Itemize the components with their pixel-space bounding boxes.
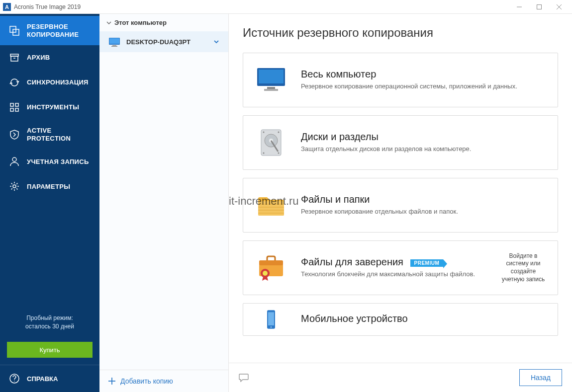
nav-label: СИНХРОНИЗАЦИЯ (27, 78, 91, 86)
back-button[interactable]: Назад (519, 369, 562, 386)
login-prompt: Войдите в систему или создайте учетную з… (501, 252, 546, 283)
add-backup-button[interactable]: Добавить копию (99, 370, 228, 392)
phone-icon (255, 310, 287, 329)
list-header[interactable]: Этот компьютер (99, 14, 228, 31)
card-desc: Резервное копирование отдельных файлов и… (301, 207, 546, 216)
trial-mode-label: Пробный режим: (9, 314, 91, 322)
svg-point-31 (278, 132, 280, 133)
chevron-down-icon (213, 39, 219, 45)
page-title: Источник резервного копирования (243, 26, 558, 40)
svg-point-32 (263, 153, 265, 154)
apps-icon (9, 102, 20, 113)
chevron-down-icon (106, 20, 111, 25)
nav-label: РЕЗЕРВНОЕ КОПИРОВАНИЕ (27, 23, 91, 38)
svg-rect-9 (10, 103, 13, 106)
nav-settings[interactable]: ПАРАМЕТРЫ (0, 174, 99, 199)
svg-rect-19 (112, 45, 116, 46)
plus-icon (108, 378, 115, 385)
list-header-label: Этот компьютер (114, 19, 167, 26)
folder-icon (255, 189, 287, 221)
svg-rect-25 (267, 87, 275, 89)
nav-sync[interactable]: СИНХРОНИЗАЦИЯ (0, 70, 99, 95)
svg-point-30 (263, 132, 265, 133)
titlebar: A Acronis True Image 2019 (0, 0, 572, 14)
source-card-mobile[interactable]: Мобильное устройство (243, 303, 558, 336)
card-desc: Защита отдельных дисков или разделов на … (301, 145, 546, 154)
svg-rect-7 (11, 56, 18, 61)
trial-info: Пробный режим: осталось 30 дней (0, 310, 99, 337)
maximize-button[interactable] (529, 0, 549, 14)
help-icon (9, 373, 20, 384)
svg-rect-34 (258, 201, 284, 216)
backup-icon (9, 25, 20, 36)
svg-rect-44 (268, 312, 274, 325)
card-title: Файлы для заверения PREMIUM (301, 256, 487, 268)
nav-active-protection[interactable]: ACTIVE PROTECTION (0, 120, 99, 149)
source-card-disks[interactable]: Диски и разделы Защита отдельных дисков … (243, 115, 558, 170)
card-title: Файлы и папки (301, 194, 546, 205)
svg-point-45 (271, 326, 272, 328)
window-title: Acronis True Image 2019 (14, 3, 509, 10)
user-icon (9, 156, 20, 167)
trial-days-label: осталось 30 дней (9, 322, 91, 331)
chat-icon[interactable] (239, 373, 249, 382)
nav-label: СПРАВКА (27, 375, 58, 383)
nav-label: ПАРАМЕТРЫ (27, 183, 91, 191)
svg-point-13 (12, 157, 16, 161)
device-name: DESKTOP-DUAQ3PT (126, 38, 191, 46)
monitor-icon (255, 64, 287, 96)
svg-rect-18 (109, 38, 119, 44)
svg-rect-24 (259, 70, 284, 83)
source-card-files[interactable]: Файлы и папки Резервное копирование отде… (243, 178, 558, 233)
svg-point-33 (278, 153, 280, 154)
nav-archive[interactable]: АРХИВ (0, 45, 99, 70)
nav-account[interactable]: УЧЕТНАЯ ЗАПИСЬ (0, 149, 99, 174)
app-icon: A (3, 3, 11, 11)
svg-rect-40 (259, 260, 283, 265)
source-card-notarized[interactable]: Файлы для заверения PREMIUM Технология б… (243, 240, 558, 295)
card-title: Диски и разделы (301, 131, 546, 143)
hdd-icon (255, 127, 287, 158)
svg-rect-11 (10, 108, 13, 111)
main-footer: Назад (229, 363, 572, 392)
shield-icon (9, 129, 20, 140)
svg-point-14 (13, 185, 16, 188)
minimize-button[interactable] (509, 0, 529, 14)
nav-backup[interactable]: РЕЗЕРВНОЕ КОПИРОВАНИЕ (0, 16, 99, 45)
backup-list-pane: Этот компьютер DESKTOP-DUAQ3PT Добавить … (99, 14, 229, 392)
monitor-icon (108, 37, 120, 46)
svg-rect-12 (15, 108, 18, 111)
card-desc: Резервное копирование операционной систе… (301, 82, 546, 91)
svg-rect-20 (111, 46, 117, 47)
svg-rect-10 (15, 103, 18, 106)
card-title: Весь компьютер (301, 69, 546, 80)
gear-icon (9, 181, 20, 192)
source-card-entire-pc[interactable]: Весь компьютер Резервное копирование опе… (243, 53, 558, 107)
premium-badge: PREMIUM (410, 259, 444, 267)
nav-help[interactable]: СПРАВКА (0, 365, 99, 392)
main-pane: Источник резервного копирования Весь ком… (229, 14, 572, 392)
nav-label: ACTIVE PROTECTION (27, 127, 91, 142)
close-button[interactable] (549, 0, 569, 14)
sync-icon (9, 77, 20, 88)
card-desc: Технология блокчейн для максимальной защ… (301, 270, 487, 279)
svg-rect-26 (264, 89, 278, 91)
add-backup-label: Добавить копию (120, 377, 173, 385)
device-item[interactable]: DESKTOP-DUAQ3PT (99, 31, 228, 52)
sidebar: РЕЗЕРВНОЕ КОПИРОВАНИЕ АРХИВ СИНХРОНИЗАЦИ… (0, 14, 99, 392)
svg-point-16 (14, 381, 15, 382)
svg-point-42 (263, 271, 268, 276)
buy-button[interactable]: Купить (7, 342, 93, 358)
svg-rect-1 (537, 4, 542, 9)
briefcase-seal-icon (255, 252, 287, 284)
nav-label: АРХИВ (27, 54, 91, 62)
card-title: Мобильное устройство (301, 313, 546, 324)
nav-label: УЧЕТНАЯ ЗАПИСЬ (27, 158, 91, 166)
nav-label: ИНСТРУМЕНТЫ (27, 103, 91, 111)
nav-tools[interactable]: ИНСТРУМЕНТЫ (0, 95, 99, 120)
archive-icon (9, 52, 20, 63)
